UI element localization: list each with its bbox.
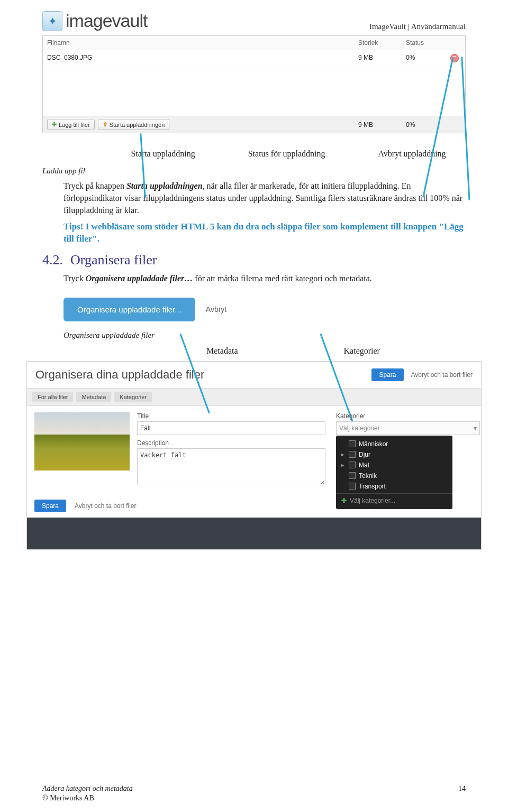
callout-status: Status för uppladdning	[248, 149, 325, 159]
paragraph-organize: Tryck Organisera uppladdade filer… för a…	[64, 272, 466, 284]
title-label: Title	[137, 412, 325, 420]
label-categories: Kategorier	[344, 346, 380, 356]
tab-categories[interactable]: Kategorier	[114, 392, 152, 402]
dark-footer-strip	[27, 518, 481, 549]
save-button-top[interactable]: Spara	[371, 368, 403, 381]
cat-add-item[interactable]: ✚Välj kategorier...	[336, 493, 452, 506]
cancel-link[interactable]: Avbryt	[206, 305, 226, 313]
save-button-bottom[interactable]: Spara	[34, 500, 66, 512]
tab-metadata[interactable]: Metadata	[76, 392, 111, 402]
logo-text: imagevault	[66, 11, 147, 31]
paragraph-upload: Tryck på knappen Starta uppladdningen, n…	[64, 180, 466, 217]
description-textarea[interactable]	[137, 448, 325, 485]
col-status: Status	[406, 39, 448, 47]
cancel-remove-link-top[interactable]: Avbryt och ta bort filer	[411, 371, 473, 379]
start-upload-button[interactable]: ⬆Starta uppladdningen	[98, 119, 170, 130]
upload-icon: ⬆	[103, 121, 107, 128]
caption-add-metadata: Addera kategori och metadata	[42, 785, 133, 793]
categories-label: Kategorier	[336, 412, 474, 420]
tab-all-files[interactable]: För alla filer	[32, 392, 73, 402]
cat-item[interactable]: ▸Mat	[336, 460, 452, 470]
upload-row: DSC_0380.JPG 9 MB 0%	[43, 50, 465, 68]
description-label: Description	[137, 439, 325, 447]
section-number: 4.2.	[42, 252, 63, 268]
cancel-remove-link-bottom[interactable]: Avbryt och ta bort filer	[75, 502, 137, 510]
total-status: 0%	[406, 121, 448, 128]
cat-item[interactable]: Människor	[336, 439, 452, 449]
add-files-button[interactable]: ✚Lägg till filer	[47, 119, 95, 130]
doc-title: ImageVault | Användarmanual	[369, 22, 466, 31]
col-size: Storlek	[358, 39, 406, 47]
categories-dropdown[interactable]: Välj kategorier ▾	[336, 421, 480, 435]
caption-upload-file: Ladda upp fil	[42, 167, 466, 176]
cat-item[interactable]: Transport	[336, 481, 452, 492]
logo-icon: ✦	[42, 11, 62, 31]
title-input[interactable]	[137, 421, 325, 435]
callout-start: Starta uppladdning	[131, 149, 195, 159]
file-thumbnail	[34, 412, 130, 470]
organize-panel: Organisera dina uppladdade filer Spara A…	[26, 361, 482, 550]
cat-item[interactable]: Teknik	[336, 470, 452, 481]
col-filename: Filnamn	[47, 39, 358, 47]
copyright: © Meriworks AB	[42, 794, 133, 802]
callout-cancel: Avbryt uppladdning	[378, 149, 446, 159]
cat-item[interactable]: ▸Djur	[336, 449, 452, 460]
caption-organize: Organisera uppladdade filer	[64, 331, 466, 340]
categories-menu: Människor ▸Djur ▸Mat Teknik Transport ✚V…	[336, 436, 452, 509]
organize-heading: Organisera dina uppladdade filer	[35, 368, 204, 382]
page-number: 14	[458, 785, 466, 802]
file-size: 9 MB	[358, 54, 406, 64]
file-name: DSC_0380.JPG	[47, 54, 358, 64]
organize-files-button[interactable]: Organisera uppladdade filer...	[64, 298, 195, 321]
file-status: 0%	[406, 54, 448, 64]
upload-panel: Filnamn Storlek Status DSC_0380.JPG 9 MB…	[42, 35, 466, 133]
total-size: 9 MB	[358, 121, 406, 128]
add-icon: ✚	[52, 121, 57, 128]
section-title: Organisera filer	[70, 252, 157, 267]
label-metadata: Metadata	[206, 346, 238, 356]
tips-text: Tips! I webbläsare som stöder HTML 5 kan…	[64, 221, 466, 245]
chevron-down-icon: ▾	[474, 425, 477, 432]
logo: ✦ imagevault	[42, 11, 147, 31]
